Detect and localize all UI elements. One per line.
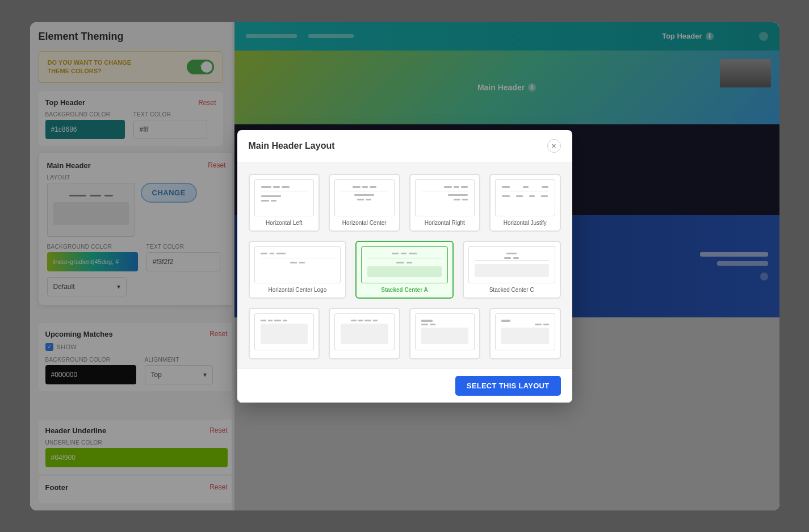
modal-overlay: Main Header Layout ×	[30, 22, 779, 510]
layout-row-3	[249, 308, 561, 359]
layout-card-horizontal-right[interactable]: Horizontal Right	[409, 174, 481, 232]
layout-preview-e1	[254, 313, 315, 350]
layout-name-horizontal-center: Horizontal Center	[342, 220, 387, 226]
layout-preview-horizontal-center	[334, 179, 395, 216]
layout-preview-e4	[495, 313, 555, 350]
layout-name-sca: Stacked Center A	[381, 287, 427, 293]
outer-frame: Element Theming DO YOU WANT TO CHANGE TH…	[30, 22, 779, 510]
select-layout-button[interactable]: SELECT THIS LAYOUT	[455, 376, 561, 396]
layout-preview-scc	[468, 246, 555, 283]
layout-name-horizontal-justify: Horizontal Justify	[504, 220, 547, 226]
layout-preview-hcl	[254, 246, 341, 283]
layout-card-extra-2[interactable]	[329, 308, 400, 359]
layout-name-hcl: Horizontal Center Logo	[268, 287, 326, 293]
layout-card-extra-3[interactable]	[409, 308, 481, 359]
layout-card-stacked-center-a[interactable]: Stacked Center A	[355, 241, 454, 299]
layout-card-horizontal-left[interactable]: Horizontal Left	[249, 174, 320, 232]
layout-row-2: Horizontal Center Logo	[249, 241, 561, 299]
layout-preview-sca	[361, 246, 448, 283]
layout-name-horizontal-right: Horizontal Right	[425, 220, 465, 226]
layout-modal: Main Header Layout ×	[237, 130, 572, 403]
layout-row-1: Horizontal Left	[249, 174, 561, 232]
modal-body: Horizontal Left	[237, 162, 572, 368]
modal-title: Main Header Layout	[249, 141, 335, 151]
layout-name-scc: Stacked Center C	[489, 287, 534, 293]
layout-card-extra-4[interactable]	[489, 308, 561, 359]
layout-card-extra-1[interactable]	[249, 308, 320, 359]
layout-card-horizontal-center[interactable]: Horizontal Center	[329, 174, 400, 232]
layout-card-horizontal-justify[interactable]: Horizontal Justify	[489, 174, 561, 232]
modal-header: Main Header Layout ×	[237, 130, 572, 162]
layout-name-horizontal-left: Horizontal Left	[266, 220, 302, 226]
modal-close-button[interactable]: ×	[547, 139, 561, 153]
layout-preview-horizontal-right	[415, 179, 475, 216]
layout-preview-e2	[334, 313, 395, 350]
layout-preview-e3	[415, 313, 475, 350]
layout-preview-horizontal-left	[254, 179, 315, 216]
layout-preview-horizontal-justify	[495, 179, 555, 216]
modal-footer: SELECT THIS LAYOUT	[237, 368, 572, 403]
layout-card-horizontal-center-logo[interactable]: Horizontal Center Logo	[249, 241, 347, 299]
layout-card-stacked-center-c[interactable]: Stacked Center C	[463, 241, 561, 299]
